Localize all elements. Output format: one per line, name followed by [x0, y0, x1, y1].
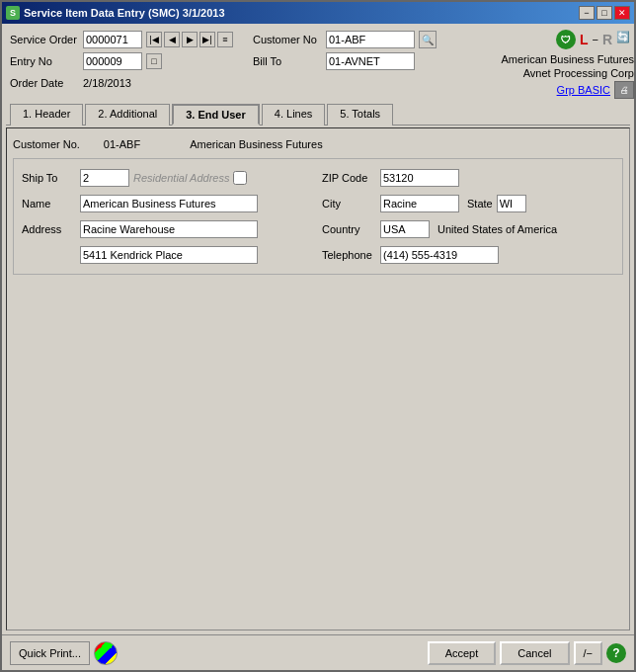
customer-header: Customer No. 01-ABF American Business Fu… [13, 134, 623, 154]
l-icon: L [580, 32, 589, 47]
tabs-area: 1. Header 2. Additional 3. End User 4. L… [6, 103, 630, 126]
top-left-fields: Service Order |◀ ◀ ▶ ▶| ≡ Entry No □ [10, 30, 233, 93]
telephone-input[interactable] [380, 246, 499, 264]
address-section: Ship To Residential Address Name Address [13, 158, 623, 275]
tab-additional[interactable]: 2. Additional [85, 104, 170, 126]
country-name: United States of America [437, 223, 557, 235]
nav-list[interactable]: ≡ [217, 32, 233, 47]
entry-no-label: Entry No [10, 55, 79, 67]
tab-enduser[interactable]: 3. End User [172, 104, 260, 126]
title-bar-controls: − □ ✕ [579, 6, 630, 20]
help-icon[interactable]: ? [606, 643, 626, 663]
company-name-2: Avnet Processing Corp [523, 67, 634, 79]
order-date-label: Order Date [10, 77, 79, 89]
telephone-row: Telephone [322, 244, 614, 266]
service-order-row: Service Order |◀ ◀ ▶ ▶| ≡ [10, 30, 233, 49]
main-content: Customer No. 01-ABF American Business Fu… [6, 127, 630, 630]
grp-link[interactable]: Grp BASIC [557, 84, 610, 96]
order-date-value: 2/18/2013 [83, 77, 131, 89]
service-order-label: Service Order [10, 34, 79, 45]
window-title: Service Item Data Entry (SMC) 3/1/2013 [24, 7, 225, 19]
dash-sep: − [592, 34, 597, 45]
nav-controls: |◀ ◀ ▶ ▶| ≡ [146, 32, 233, 47]
bill-to-row: Bill To [253, 51, 437, 71]
zip-input[interactable] [380, 169, 459, 187]
top-right-area: 🛡 L − R 🔄 American Business Futures Avne… [437, 30, 634, 99]
r-icon: R [602, 32, 612, 47]
nav-last[interactable]: ▶| [199, 32, 215, 47]
main-window: S Service Item Data Entry (SMC) 3/1/2013… [0, 0, 636, 672]
title-bar: S Service Item Data Entry (SMC) 3/1/2013… [2, 2, 634, 24]
residential-checkbox[interactable] [233, 171, 247, 185]
empty-space [13, 279, 623, 624]
name-label: Name [22, 198, 76, 210]
city-input[interactable] [380, 195, 459, 212]
cust-company-name: American Business Futures [190, 138, 323, 150]
bottom-right: Accept Cancel /− ? [428, 641, 626, 665]
country-row: Country United States of America [322, 218, 614, 240]
windows-logo-button[interactable] [94, 641, 118, 665]
customer-no-input[interactable] [326, 31, 415, 48]
content-area: Service Order |◀ ◀ ▶ ▶| ≡ Entry No □ [2, 24, 634, 634]
grp-area: Grp BASIC 🖨 [557, 81, 634, 99]
bill-to-label: Bill To [253, 55, 322, 67]
cust-no-value: 01-ABF [104, 138, 140, 150]
city-label: City [322, 198, 376, 210]
order-date-row: Order Date 2/18/2013 [10, 73, 233, 93]
restore-button[interactable]: □ [596, 6, 612, 20]
residential-label: Residential Address [133, 172, 229, 184]
minimize-button[interactable]: − [579, 6, 595, 20]
tab-header[interactable]: 1. Header [10, 104, 83, 126]
ship-to-label: Ship To [22, 172, 76, 184]
print-icon[interactable]: 🖨 [614, 81, 634, 99]
country-input[interactable] [380, 220, 430, 238]
customer-lookup-icon[interactable]: 🔍 [419, 31, 437, 48]
country-label: Country [322, 223, 376, 235]
close-button[interactable]: ✕ [614, 6, 630, 20]
quick-print-button[interactable]: Quick Print... [10, 641, 90, 665]
nav-next[interactable]: ▶ [182, 32, 198, 47]
ship-to-row: Ship To Residential Address [22, 167, 314, 189]
cust-no-label: Customer No. [13, 138, 80, 150]
logo-icons: 🛡 L − R 🔄 [556, 30, 634, 49]
refresh-icon[interactable]: 🔄 [616, 31, 634, 48]
right-address-col: ZIP Code City State Country United [322, 167, 614, 266]
tab-totals[interactable]: 5. Totals [327, 104, 393, 126]
dash-button[interactable]: /− [574, 641, 602, 665]
entry-nav[interactable]: □ [146, 53, 162, 69]
telephone-label: Telephone [322, 249, 376, 261]
tab-lines[interactable]: 4. Lines [262, 104, 326, 126]
address2-input[interactable] [80, 246, 258, 264]
address1-row: Address [22, 218, 314, 240]
bottom-bar: Quick Print... Accept Cancel /− ? [2, 634, 634, 670]
title-bar-left: S Service Item Data Entry (SMC) 3/1/2013 [6, 6, 225, 20]
bill-to-input[interactable] [326, 52, 415, 70]
state-label: State [467, 198, 493, 210]
cancel-button[interactable]: Cancel [500, 641, 569, 665]
app-icon: S [6, 6, 20, 20]
ship-to-input[interactable] [80, 169, 129, 187]
accept-button[interactable]: Accept [428, 641, 497, 665]
customer-no-label: Customer No [253, 34, 322, 45]
address2-row [22, 244, 314, 266]
nav-first[interactable]: |◀ [146, 32, 162, 47]
address1-input[interactable] [80, 220, 258, 238]
nav-prev[interactable]: ◀ [164, 32, 180, 47]
state-input[interactable] [497, 195, 526, 212]
service-order-input[interactable] [83, 31, 142, 48]
entry-no-input[interactable] [83, 52, 142, 70]
top-row: Service Order |◀ ◀ ▶ ▶| ≡ Entry No □ [6, 28, 630, 101]
middle-fields: Customer No 🔍 Bill To [233, 30, 437, 71]
zip-label: ZIP Code [322, 172, 376, 184]
bottom-left: Quick Print... [10, 641, 118, 665]
company-name-1: American Business Futures [502, 53, 635, 65]
entry-no-row: Entry No □ [10, 51, 233, 71]
left-address-col: Ship To Residential Address Name Address [22, 167, 314, 266]
shield-icon: 🛡 [556, 30, 576, 49]
customer-no-row: Customer No 🔍 [253, 30, 437, 49]
city-state-row: City State [322, 193, 614, 214]
name-input[interactable] [80, 195, 258, 212]
name-row: Name [22, 193, 314, 214]
logo-area: 🛡 L − R 🔄 [556, 30, 634, 49]
zip-row: ZIP Code [322, 167, 614, 189]
